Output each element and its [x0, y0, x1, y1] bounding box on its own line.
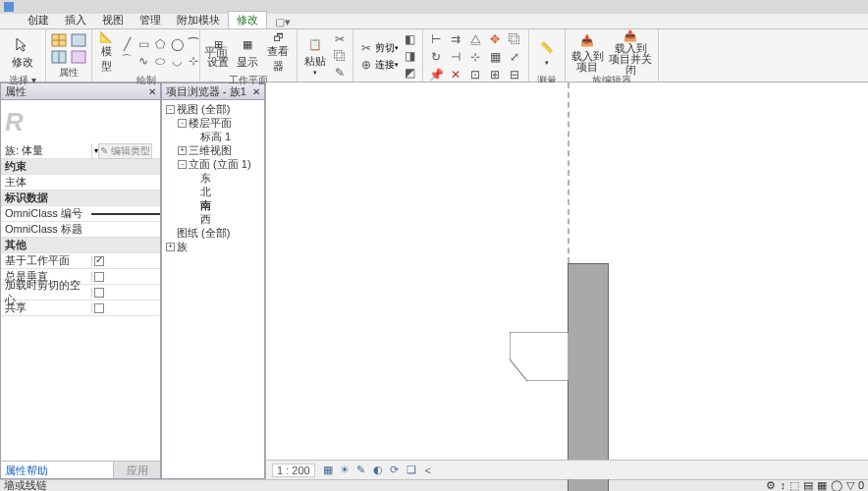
tree-item[interactable]: 南: [164, 198, 262, 212]
section-constraints[interactable]: 约束: [1, 159, 160, 174]
tree-toggle-icon[interactable]: +: [178, 146, 187, 155]
tree-item[interactable]: -立面 (立面 1): [164, 157, 262, 171]
sb-i7-icon[interactable]: ▽: [846, 479, 854, 491]
measure-button[interactable]: 📏▾: [533, 31, 561, 73]
draw-circ-icon[interactable]: ◯: [168, 36, 186, 52]
ribbon-expand-icon[interactable]: ▢▾: [275, 16, 291, 28]
scale-control[interactable]: 1 : 200: [272, 464, 315, 477]
geom-join-icon[interactable]: ⊕: [357, 57, 375, 73]
sb-i6-icon[interactable]: ◯: [831, 479, 842, 491]
draw-poly-icon[interactable]: ⬠: [151, 36, 169, 52]
load-project-button[interactable]: 📥载入到 项目: [570, 31, 605, 73]
load-close-button[interactable]: 📤载入到 项目并关闭: [607, 31, 654, 73]
prop-vertical-check[interactable]: [94, 272, 104, 282]
mod-e3-icon[interactable]: ⊟: [506, 67, 523, 82]
geom-i2-icon[interactable]: ◨: [401, 48, 418, 64]
geom-i1-icon[interactable]: ◧: [401, 31, 418, 47]
draw-spline-icon[interactable]: ∿: [135, 53, 152, 69]
props-help-link[interactable]: 属性帮助: [1, 462, 113, 478]
draw-rect-icon[interactable]: ▭: [135, 36, 152, 52]
edit-type-button[interactable]: ✎ 编辑类型: [98, 143, 152, 159]
wp-viewer-button[interactable]: 🗗查看器: [263, 31, 293, 73]
mod-move-icon[interactable]: ✥: [486, 31, 504, 47]
menu-manage[interactable]: 管理: [132, 12, 169, 28]
sb-i2-icon[interactable]: ↕: [780, 479, 786, 491]
copy-icon[interactable]: ⿻: [331, 48, 349, 64]
sb-i1-icon[interactable]: ⚙: [766, 479, 776, 491]
mod-offset-icon[interactable]: ⇉: [447, 31, 464, 47]
mod-e1-icon[interactable]: ⊡: [466, 67, 484, 82]
prop-grid3-icon[interactable]: [70, 32, 87, 48]
sketch-polygon[interactable]: [510, 332, 569, 381]
sb-i5-icon[interactable]: ▦: [817, 479, 827, 491]
tree-item[interactable]: -楼层平面: [164, 116, 262, 130]
menu-insert[interactable]: 插入: [57, 12, 94, 28]
props-close-icon[interactable]: ✕: [148, 86, 156, 97]
mod-copy-icon[interactable]: ⿻: [506, 31, 523, 47]
draw-parc-icon[interactable]: ◡: [168, 53, 186, 69]
tree-toggle-icon[interactable]: -: [178, 160, 187, 169]
geom-cut-icon[interactable]: ✂: [357, 40, 375, 56]
prop-grid1-icon[interactable]: [50, 32, 68, 48]
browser-close-icon[interactable]: ✕: [252, 86, 260, 97]
mod-trim-icon[interactable]: ⊣: [447, 49, 464, 65]
mod-e2-icon[interactable]: ⊞: [486, 67, 504, 82]
mod-array-icon[interactable]: ▦: [486, 49, 504, 65]
tree-item[interactable]: 标高 1: [164, 130, 262, 143]
prop-omni-num-value[interactable]: [91, 213, 160, 215]
modify-button[interactable]: 修改: [4, 31, 41, 73]
menu-create[interactable]: 创建: [20, 12, 57, 28]
draw-ell-icon[interactable]: ⬭: [151, 53, 169, 69]
tree-item[interactable]: 西: [164, 212, 262, 226]
wp-show-button[interactable]: ▦显示: [234, 31, 261, 73]
paste-button[interactable]: 📋粘贴▾: [301, 35, 329, 77]
tree-toggle-icon[interactable]: -: [178, 119, 187, 128]
sb-i3-icon[interactable]: ⬚: [789, 479, 799, 491]
tree-toggle-icon[interactable]: +: [166, 243, 175, 251]
menu-view[interactable]: 视图: [94, 12, 132, 28]
tree-toggle-icon[interactable]: -: [166, 105, 175, 114]
prop-wp-based-check[interactable]: [94, 256, 104, 266]
geom-i3-icon[interactable]: ◩: [401, 65, 418, 81]
menu-addin[interactable]: 附加模块: [169, 12, 228, 28]
tree-item[interactable]: 北: [164, 185, 262, 198]
props-apply-button[interactable]: 应用: [113, 462, 160, 478]
vc-refresh-icon[interactable]: ⟳: [388, 464, 402, 477]
mod-del-icon[interactable]: ✕: [447, 67, 464, 82]
section-other[interactable]: 其他: [1, 238, 160, 252]
menu-modify[interactable]: 修改: [228, 11, 267, 28]
prop-grid2-icon[interactable]: [50, 49, 68, 65]
cut-icon[interactable]: ✂: [331, 31, 349, 47]
match-icon[interactable]: ✎: [331, 65, 349, 81]
family-name[interactable]: 族: 体量: [1, 143, 91, 158]
drawing-canvas[interactable]: 1 : 200 ▦ ☀ ✎ ◐ ⟳ ❏ <: [265, 82, 868, 479]
sb-i8-icon[interactable]: 0: [858, 479, 864, 491]
mod-scale-icon[interactable]: ⤢: [506, 49, 523, 65]
mod-mirror-icon[interactable]: ⧋: [466, 31, 484, 47]
draw-line-icon[interactable]: ╱: [118, 36, 136, 52]
vc-crop-icon[interactable]: ◐: [371, 464, 385, 477]
tree-item[interactable]: 图纸 (全部): [164, 226, 262, 240]
mod-pin-icon[interactable]: 📌: [427, 67, 445, 82]
sb-i4-icon[interactable]: ▤: [803, 479, 813, 491]
tree-item[interactable]: +族: [164, 240, 262, 253]
tree-item[interactable]: +三维视图: [164, 143, 262, 157]
section-identity[interactable]: 标识数据: [1, 191, 160, 205]
prop-grid4-icon[interactable]: [70, 49, 87, 65]
vc-shadow-icon[interactable]: ✎: [354, 464, 368, 477]
vc-sun-icon[interactable]: ☀: [338, 464, 352, 477]
mod-split-icon[interactable]: ⊹: [466, 49, 484, 65]
draw-arc2-icon[interactable]: ⌒: [118, 53, 136, 69]
mod-align-icon[interactable]: ⊢: [427, 31, 445, 47]
prop-cutvoid-check[interactable]: [94, 288, 104, 298]
vc-reveal-icon[interactable]: <: [421, 464, 435, 477]
vc-detail-icon[interactable]: ▦: [321, 464, 335, 477]
wp-set-button[interactable]: ⊞设置: [204, 31, 232, 73]
mass-rect-shape[interactable]: [568, 263, 609, 491]
mod-rotate-icon[interactable]: ↻: [427, 49, 445, 65]
tree-item[interactable]: 东: [164, 171, 262, 185]
vc-hide-icon[interactable]: ❏: [405, 464, 418, 477]
prop-shared-check[interactable]: [94, 303, 104, 313]
model-button[interactable]: 📐 模型: [96, 31, 116, 73]
tree-item[interactable]: -视图 (全部): [164, 102, 262, 116]
